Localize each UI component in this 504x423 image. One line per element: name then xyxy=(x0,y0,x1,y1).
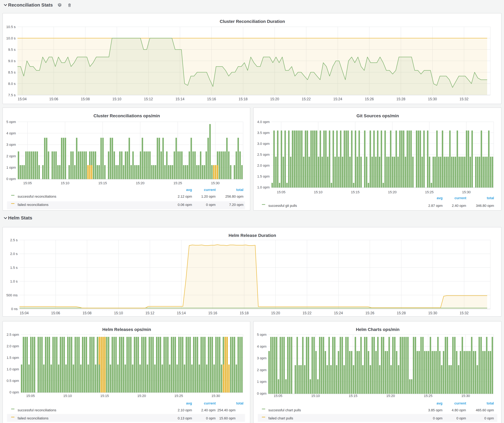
svg-text:15:10: 15:10 xyxy=(61,181,69,185)
svg-text:2.0 opm: 2.0 opm xyxy=(257,164,270,167)
svg-text:465.60 opm: 465.60 opm xyxy=(476,408,494,412)
svg-text:15:10: 15:10 xyxy=(311,394,320,398)
svg-text:Git Sources ops/min: Git Sources ops/min xyxy=(356,113,399,118)
svg-text:4.80 opm: 4.80 opm xyxy=(452,408,466,412)
svg-text:1 opm: 1 opm xyxy=(257,380,266,384)
svg-text:15:12: 15:12 xyxy=(144,97,153,101)
svg-text:15:20: 15:20 xyxy=(270,97,279,101)
svg-text:2.40 opm: 2.40 opm xyxy=(201,408,216,412)
svg-text:total: total xyxy=(236,188,243,192)
svg-text:3 opm: 3 opm xyxy=(6,143,16,147)
svg-text:15:28: 15:28 xyxy=(396,97,406,101)
svg-text:successful reconciliations: successful reconciliations xyxy=(18,194,56,198)
svg-text:15:08: 15:08 xyxy=(81,97,90,101)
svg-text:15:14: 15:14 xyxy=(175,97,185,101)
svg-text:15:15: 15:15 xyxy=(98,181,107,185)
svg-text:500 ms: 500 ms xyxy=(6,293,18,297)
svg-text:total: total xyxy=(487,401,494,405)
svg-text:1.5 opm: 1.5 opm xyxy=(7,356,19,360)
svg-text:successful git pulls: successful git pulls xyxy=(268,204,297,208)
svg-text:5 opm: 5 opm xyxy=(6,120,16,124)
svg-text:15:26: 15:26 xyxy=(365,97,374,101)
svg-text:2.40 opm: 2.40 opm xyxy=(452,204,466,208)
svg-text:0.06 opm: 0.06 opm xyxy=(178,203,192,207)
svg-text:15:30: 15:30 xyxy=(211,394,220,398)
svg-text:current: current xyxy=(204,401,216,405)
svg-text:successful chart pulls: successful chart pulls xyxy=(268,408,301,412)
svg-text:current: current xyxy=(454,401,466,405)
svg-text:15:25: 15:25 xyxy=(174,181,182,185)
svg-text:0 opm: 0 opm xyxy=(433,416,443,420)
svg-text:Helm Charts ops/min: Helm Charts ops/min xyxy=(356,327,399,332)
svg-text:15:05: 15:05 xyxy=(277,190,285,194)
svg-text:15:20: 15:20 xyxy=(271,311,280,315)
svg-text:0 opm: 0 opm xyxy=(456,416,466,420)
svg-text:15:22: 15:22 xyxy=(302,97,311,101)
svg-text:5 opm: 5 opm xyxy=(257,333,266,337)
svg-text:15:25: 15:25 xyxy=(424,394,432,398)
svg-text:3.0 opm: 3.0 opm xyxy=(257,142,270,146)
svg-text:9.0 s: 9.0 s xyxy=(8,59,16,63)
svg-text:15:26: 15:26 xyxy=(365,311,374,315)
svg-text:failed reconciliations: failed reconciliations xyxy=(18,203,48,207)
svg-text:15.60 opm: 15.60 opm xyxy=(219,416,235,420)
svg-text:1.5 s: 1.5 s xyxy=(10,266,18,270)
svg-text:0 ns: 0 ns xyxy=(11,307,18,311)
svg-text:8.0 s: 8.0 s xyxy=(8,82,16,86)
svg-text:254.40 opm: 254.40 opm xyxy=(217,408,235,412)
svg-text:avg: avg xyxy=(186,188,192,192)
svg-text:2 opm: 2 opm xyxy=(6,154,16,158)
svg-text:current: current xyxy=(455,196,466,200)
svg-text:15:05: 15:05 xyxy=(274,394,282,398)
svg-text:avg: avg xyxy=(437,196,443,200)
svg-text:2.87 opm: 2.87 opm xyxy=(428,204,443,208)
svg-text:15:10: 15:10 xyxy=(63,394,72,398)
svg-text:15:05: 15:05 xyxy=(26,394,35,398)
svg-text:0.13 opm: 0.13 opm xyxy=(178,416,192,420)
svg-text:15:04: 15:04 xyxy=(20,311,29,315)
svg-text:7.20 opm: 7.20 opm xyxy=(229,203,243,207)
svg-text:9.5 s: 9.5 s xyxy=(8,48,16,52)
svg-text:1.0 opm: 1.0 opm xyxy=(257,185,270,189)
svg-text:1.0 opm: 1.0 opm xyxy=(7,367,19,371)
svg-text:15:16: 15:16 xyxy=(207,97,216,101)
svg-text:15:15: 15:15 xyxy=(100,394,109,398)
svg-text:0.5 opm: 0.5 opm xyxy=(7,379,19,383)
svg-text:15:15: 15:15 xyxy=(349,394,357,398)
svg-text:8.5 s: 8.5 s xyxy=(8,70,16,74)
svg-text:2.5 opm: 2.5 opm xyxy=(7,333,19,337)
svg-text:total: total xyxy=(487,196,494,200)
svg-text:0 opm: 0 opm xyxy=(6,177,16,181)
svg-text:2.12 opm: 2.12 opm xyxy=(178,194,192,198)
svg-text:0 opm: 0 opm xyxy=(10,390,19,394)
svg-text:current: current xyxy=(204,188,216,192)
svg-text:Cluster Reconciliations ops/mi: Cluster Reconciliations ops/min xyxy=(94,113,160,118)
svg-text:15:14: 15:14 xyxy=(177,311,186,315)
svg-text:2 opm: 2 opm xyxy=(257,368,266,372)
svg-text:Helm Release Duration: Helm Release Duration xyxy=(229,233,276,238)
svg-text:10.5 s: 10.5 s xyxy=(6,25,16,29)
svg-text:2.5 s: 2.5 s xyxy=(10,238,18,242)
svg-text:15:04: 15:04 xyxy=(18,97,27,101)
svg-text:1.0 s: 1.0 s xyxy=(10,279,18,283)
svg-text:Cluster Reconciliation Duratio: Cluster Reconciliation Duration xyxy=(220,19,285,24)
svg-text:1 opm: 1 opm xyxy=(6,165,16,170)
svg-text:15:25: 15:25 xyxy=(425,190,433,194)
svg-text:15:30: 15:30 xyxy=(211,181,220,185)
svg-text:15:06: 15:06 xyxy=(49,97,58,101)
svg-text:2.10 opm: 2.10 opm xyxy=(178,408,192,412)
svg-text:0 opm: 0 opm xyxy=(206,203,216,207)
svg-text:successful reconciliations: successful reconciliations xyxy=(18,408,56,412)
svg-text:failed reconciliations: failed reconciliations xyxy=(18,416,48,420)
svg-text:15:12: 15:12 xyxy=(145,311,155,315)
svg-text:15:18: 15:18 xyxy=(239,97,248,101)
svg-text:2.0 opm: 2.0 opm xyxy=(7,344,19,348)
svg-text:15:30: 15:30 xyxy=(428,97,437,101)
svg-text:15:10: 15:10 xyxy=(112,97,121,101)
svg-text:3 opm: 3 opm xyxy=(257,356,266,360)
svg-text:15:22: 15:22 xyxy=(302,311,312,315)
svg-text:15:10: 15:10 xyxy=(314,190,323,194)
svg-text:346.80 opm: 346.80 opm xyxy=(476,204,494,208)
svg-text:15:32: 15:32 xyxy=(460,311,469,315)
svg-text:avg: avg xyxy=(437,401,443,405)
